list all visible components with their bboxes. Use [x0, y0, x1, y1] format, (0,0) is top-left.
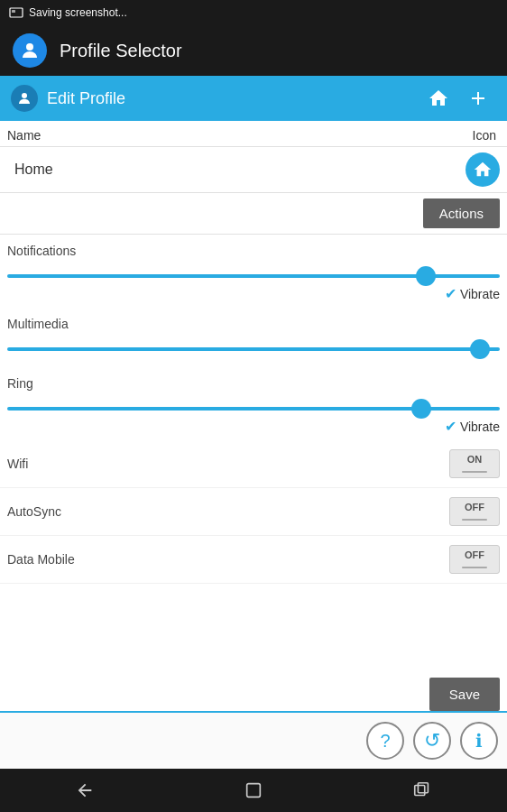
save-button-row: Save: [429, 678, 500, 711]
multimedia-label: Multimedia: [7, 317, 500, 331]
info-button[interactable]: ℹ: [460, 722, 498, 760]
action-bar-title: Edit Profile: [47, 89, 417, 108]
notifications-vibrate-check: ✔: [445, 285, 456, 302]
data-mobile-toggle-line: [462, 567, 487, 568]
actions-button[interactable]: Actions: [423, 198, 500, 228]
status-bar: Saving screenshot...: [0, 0, 507, 25]
name-icon-row: Name Icon: [0, 121, 507, 147]
refresh-icon: ↺: [424, 729, 440, 752]
multimedia-track[interactable]: [7, 347, 500, 351]
ring-slider-container: [0, 396, 507, 418]
ring-vibrate-row: ✔ Vibrate: [0, 418, 507, 440]
nav-home-button[interactable]: [226, 773, 281, 807]
multimedia-section: Multimedia: [0, 308, 507, 337]
ring-thumb[interactable]: [411, 399, 431, 419]
svg-rect-1: [12, 10, 15, 13]
actions-button-row: Actions: [0, 193, 507, 235]
autosync-toggle[interactable]: OFF: [449, 497, 500, 526]
notifications-track[interactable]: [7, 274, 500, 278]
ring-vibrate-label: Vibrate: [460, 420, 500, 434]
data-mobile-label: Data Mobile: [7, 552, 75, 567]
recents-icon: [412, 780, 432, 800]
save-button[interactable]: Save: [429, 678, 500, 711]
name-column-label: Name: [7, 128, 41, 143]
refresh-button[interactable]: ↺: [413, 722, 451, 760]
home-icon: [428, 88, 449, 109]
icon-column-label: Icon: [473, 128, 496, 143]
data-mobile-toggle[interactable]: OFF: [449, 545, 500, 574]
add-icon: [467, 88, 489, 109]
svg-rect-4: [247, 784, 261, 798]
multimedia-thumb[interactable]: [470, 339, 490, 359]
profile-icon-circle[interactable]: [466, 152, 500, 187]
nav-home-icon: [244, 780, 263, 800]
profile-icon: [19, 40, 41, 61]
ring-vibrate-check: ✔: [445, 418, 456, 435]
action-bar: Edit Profile: [0, 76, 507, 121]
add-button[interactable]: [460, 80, 496, 116]
recents-button[interactable]: [394, 773, 450, 807]
data-mobile-row: Data Mobile OFF: [0, 536, 507, 584]
back-icon: [75, 780, 95, 800]
svg-rect-0: [10, 8, 23, 17]
notifications-vibrate-label: Vibrate: [460, 287, 500, 301]
ring-label: Ring: [7, 376, 500, 391]
back-button[interactable]: [57, 773, 113, 807]
wifi-toggle[interactable]: ON: [449, 449, 500, 478]
svg-point-3: [22, 93, 27, 98]
profile-avatar-icon: [16, 90, 32, 106]
svg-rect-5: [415, 786, 425, 796]
help-button[interactable]: ?: [366, 722, 404, 760]
autosync-toggle-line: [462, 519, 487, 521]
title-bar: Profile Selector: [0, 25, 507, 76]
help-icon: ?: [380, 731, 390, 752]
wifi-label: Wifi: [7, 457, 28, 471]
home-row: Home: [0, 147, 507, 193]
info-icon: ℹ: [475, 730, 483, 752]
screenshot-icon: [9, 7, 23, 18]
notifications-vibrate-row: ✔ Vibrate: [0, 285, 507, 308]
autosync-label: AutoSync: [7, 504, 61, 519]
notifications-section: Notifications: [0, 235, 507, 263]
autosync-row: AutoSync OFF: [0, 488, 507, 536]
ring-track[interactable]: [7, 407, 500, 411]
svg-point-2: [26, 43, 33, 51]
app-title: Profile Selector: [60, 41, 182, 61]
notifications-thumb[interactable]: [416, 266, 436, 286]
multimedia-slider-container: [0, 337, 507, 358]
app-avatar: [13, 33, 47, 68]
home-profile-icon: [473, 160, 493, 180]
notifications-label: Notifications: [7, 244, 500, 258]
nav-bar: [0, 769, 507, 812]
profile-name-value: Home: [14, 161, 53, 178]
bottom-bar: ? ↺ ℹ: [0, 711, 507, 769]
svg-rect-6: [419, 783, 429, 793]
profile-avatar: [11, 85, 38, 112]
wifi-state: ON: [467, 452, 483, 465]
home-button[interactable]: [420, 80, 456, 116]
ring-section: Ring: [0, 367, 507, 396]
status-text: Saving screenshot...: [29, 6, 127, 19]
autosync-state: OFF: [465, 500, 484, 512]
notifications-slider-container: [0, 263, 507, 285]
wifi-toggle-line: [462, 471, 487, 473]
data-mobile-state: OFF: [465, 548, 484, 560]
wifi-row: Wifi ON: [0, 440, 507, 488]
